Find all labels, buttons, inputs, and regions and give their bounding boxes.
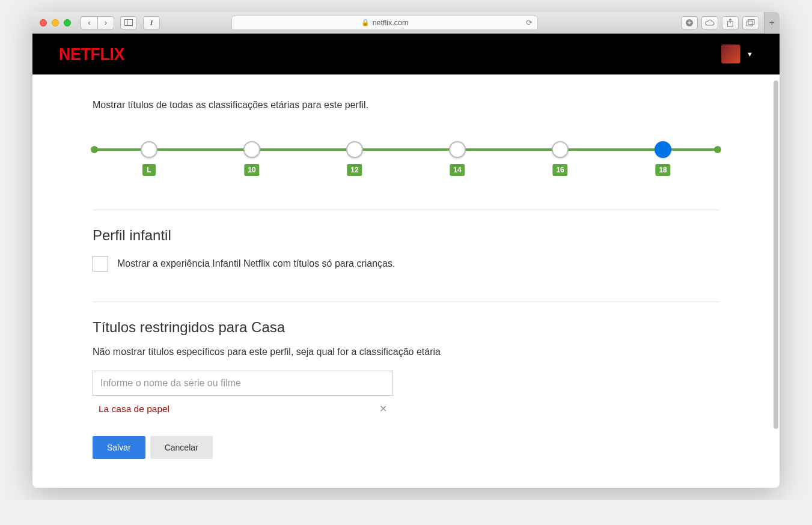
rating-handle-18[interactable] [655, 141, 671, 158]
slider-track [93, 148, 719, 151]
rating-handle-10[interactable] [243, 141, 260, 158]
rating-badge-14: 14 [450, 164, 465, 176]
save-button[interactable]: Salvar [93, 436, 145, 459]
chevron-down-icon: ▼ [746, 50, 753, 58]
svg-rect-5 [748, 19, 754, 24]
restricted-item-title: La casa de papel [99, 404, 169, 414]
restricted-title-input[interactable] [93, 371, 393, 396]
rating-handle-12[interactable] [346, 141, 363, 158]
remove-restricted-button[interactable]: ✕ [379, 403, 387, 414]
kids-checkbox-row: Mostrar a experiência Infantil Netflix c… [93, 256, 719, 272]
maturity-slider[interactable]: L 10 12 14 16 18 [93, 144, 719, 180]
profile-menu[interactable]: ▼ [721, 44, 753, 64]
rating-badge-16: 16 [552, 164, 567, 176]
netflix-logo[interactable]: NETFLIX [59, 44, 124, 64]
browser-chrome: ‹ › I 🔒 netflix.com ⟳ [32, 12, 780, 34]
reader-button[interactable]: I [143, 16, 160, 29]
rating-badge-12: 12 [347, 164, 362, 176]
sidebar-toggle-button[interactable] [120, 16, 137, 29]
nav-back-forward: ‹ › [81, 16, 114, 29]
section-divider [93, 302, 719, 302]
reload-icon[interactable]: ⟳ [526, 18, 533, 27]
url-text: netflix.com [373, 19, 409, 27]
page-viewport: NETFLIX ▼ Mostrar títulos de todas as cl… [32, 34, 780, 488]
kids-checkbox[interactable] [93, 256, 108, 272]
icloud-button[interactable] [701, 16, 718, 29]
downloads-button[interactable] [681, 16, 698, 29]
restricted-item-row: La casa de papel ✕ [93, 396, 393, 414]
rating-handle-L[interactable] [141, 141, 157, 158]
rating-handle-16[interactable] [552, 141, 569, 158]
rating-badge-18: 18 [655, 164, 670, 176]
rating-handle-14[interactable] [449, 141, 466, 158]
rating-badge-10: 10 [244, 164, 259, 176]
svg-rect-0 [125, 20, 133, 26]
slider-track-end [714, 146, 721, 153]
restricted-subtitle: Não mostrar títulos específicos para est… [93, 347, 719, 357]
restricted-heading: Títulos restringidos para Casa [93, 319, 719, 336]
tabs-button[interactable] [742, 16, 759, 29]
close-window-button[interactable] [40, 19, 47, 26]
new-tab-button[interactable]: + [764, 12, 780, 34]
site-header: NETFLIX ▼ [32, 34, 780, 74]
kids-checkbox-label: Mostrar a experiência Infantil Netflix c… [117, 258, 395, 269]
forward-button[interactable]: › [97, 16, 114, 29]
cancel-button[interactable]: Cancelar [150, 436, 213, 459]
back-button[interactable]: ‹ [81, 16, 97, 29]
form-buttons: Salvar Cancelar [93, 436, 719, 459]
main-content: Mostrar títulos de todas as classificaçõ… [32, 100, 780, 488]
kids-heading: Perfil infantil [93, 227, 719, 244]
avatar [721, 44, 740, 64]
window-controls [40, 19, 71, 26]
toolbar-right [681, 16, 759, 29]
slider-track-start [91, 146, 98, 153]
share-button[interactable] [722, 16, 739, 29]
browser-window: ‹ › I 🔒 netflix.com ⟳ [32, 12, 780, 488]
minimize-window-button[interactable] [52, 19, 59, 26]
lock-icon: 🔒 [361, 19, 370, 26]
maximize-window-button[interactable] [64, 19, 71, 26]
rating-badge-L: L [142, 164, 156, 176]
address-bar[interactable]: 🔒 netflix.com ⟳ [231, 16, 538, 30]
maturity-subtitle: Mostrar títulos de todas as classificaçõ… [93, 100, 719, 111]
section-divider [93, 210, 719, 210]
svg-rect-4 [747, 21, 753, 26]
